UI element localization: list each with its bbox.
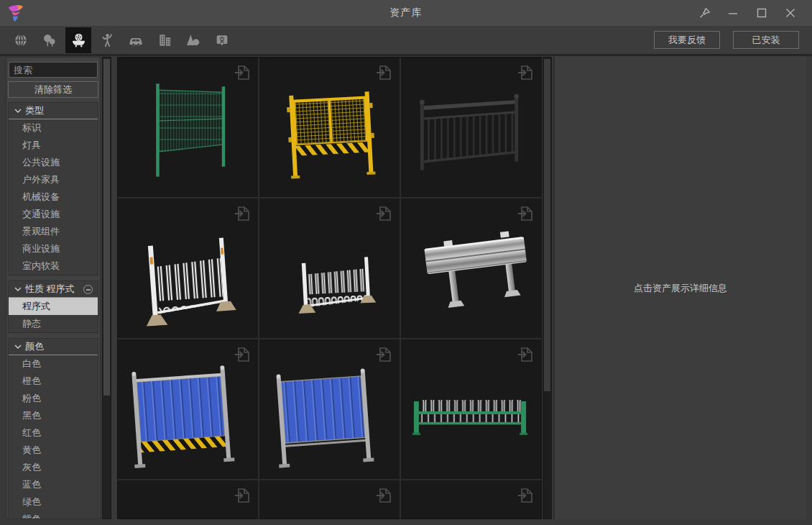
filter-section-title: 颜色 bbox=[25, 340, 44, 353]
filter-item[interactable]: 程序式 bbox=[9, 298, 98, 315]
toolbar-actions: 我要反馈 已安装 bbox=[654, 31, 799, 49]
filter-item[interactable]: 公共设施 bbox=[9, 154, 98, 171]
asset-card-black-railing[interactable] bbox=[401, 58, 541, 197]
minimize-button[interactable] bbox=[719, 0, 747, 26]
pin-icon[interactable] bbox=[690, 0, 719, 26]
export-icon[interactable] bbox=[374, 345, 393, 364]
filter-item[interactable]: 红色 bbox=[9, 424, 98, 442]
search-input[interactable] bbox=[9, 62, 98, 78]
asset-card-white-arch-barrier[interactable] bbox=[118, 198, 258, 338]
tab-decal[interactable] bbox=[209, 27, 235, 53]
filter-section-header[interactable]: 颜色 bbox=[9, 339, 98, 355]
filter-item[interactable]: 静态 bbox=[9, 315, 98, 332]
filter-item[interactable]: 绿色 bbox=[9, 493, 98, 511]
grid-scrollbar-thumb[interactable] bbox=[544, 59, 550, 391]
props-icon bbox=[70, 32, 87, 48]
sidebar-scrollbar[interactable] bbox=[102, 57, 111, 519]
filter-item[interactable]: 机械设备 bbox=[9, 188, 98, 206]
globe-icon bbox=[13, 32, 29, 48]
filter-section-title: 类型 bbox=[25, 104, 44, 117]
vegetation-icon bbox=[42, 32, 57, 48]
filter-item[interactable]: 粉色 bbox=[9, 390, 98, 407]
filter-item[interactable]: 紫色 bbox=[9, 511, 98, 519]
tab-vehicle[interactable] bbox=[123, 27, 149, 53]
export-icon[interactable] bbox=[374, 486, 393, 505]
feedback-button[interactable]: 我要反馈 bbox=[654, 31, 720, 49]
asset-grid bbox=[118, 58, 541, 519]
asset-card-yellow-safety-fence[interactable] bbox=[259, 58, 400, 197]
remove-filter-icon[interactable] bbox=[83, 285, 93, 294]
asset-card-green-mesh-fence[interactable] bbox=[118, 58, 258, 197]
asset-card-partial[interactable] bbox=[259, 480, 400, 519]
tab-building[interactable] bbox=[152, 27, 177, 53]
filter-item[interactable]: 标识 bbox=[9, 119, 98, 137]
asset-card-partial[interactable] bbox=[118, 480, 258, 519]
filter-item[interactable]: 灯具 bbox=[9, 137, 98, 154]
details-placeholder-text: 点击资产展示详细信息 bbox=[634, 282, 727, 295]
details-panel: 点击资产展示详细信息 bbox=[553, 57, 806, 519]
filter-section: 颜色白色橙色粉色黑色红色黄色灰色蓝色绿色紫色 bbox=[8, 338, 98, 519]
asset-card-partial[interactable] bbox=[401, 480, 541, 519]
filter-item[interactable]: 橙色 bbox=[9, 373, 98, 390]
clear-filters-button[interactable]: 清除筛选 bbox=[8, 81, 98, 98]
asset-card-highway-guardrail[interactable] bbox=[401, 198, 541, 338]
category-tabs bbox=[8, 27, 235, 53]
asset-card-blue-hoarding-striped[interactable] bbox=[118, 339, 258, 479]
window-controls bbox=[690, 0, 805, 26]
grid-scrollbar[interactable] bbox=[543, 57, 552, 519]
asset-card-white-arch-barrier-small[interactable] bbox=[259, 198, 400, 338]
filter-item[interactable]: 室内软装 bbox=[9, 257, 98, 275]
tab-primitives[interactable] bbox=[180, 27, 206, 53]
export-icon[interactable] bbox=[516, 345, 535, 364]
asset-card-green-garden-fence[interactable] bbox=[401, 339, 541, 479]
building-icon bbox=[157, 32, 173, 48]
asset-card-blue-hoarding[interactable] bbox=[259, 339, 400, 479]
tab-globe[interactable] bbox=[8, 27, 34, 53]
primitives-icon bbox=[185, 32, 201, 48]
filter-item[interactable]: 户外家具 bbox=[9, 171, 98, 188]
filter-item[interactable]: 黑色 bbox=[9, 407, 98, 424]
filter-item[interactable]: 交通设施 bbox=[9, 206, 98, 223]
filter-item[interactable]: 商业设施 bbox=[9, 240, 98, 257]
filter-item[interactable]: 黄色 bbox=[9, 442, 98, 459]
filter-sidebar: 清除筛选 类型标识灯具公共设施户外家具机械设备交通设施景观组件商业设施室内软装性… bbox=[6, 57, 101, 519]
asset-grid-panel bbox=[117, 57, 542, 519]
filter-section-title: 性质 程序式 bbox=[25, 283, 75, 296]
export-icon[interactable] bbox=[233, 63, 252, 82]
filter-item[interactable]: 灰色 bbox=[9, 459, 98, 476]
tab-props[interactable] bbox=[65, 27, 91, 53]
car-icon bbox=[127, 32, 144, 49]
tab-character[interactable] bbox=[94, 27, 120, 53]
filter-item[interactable]: 景观组件 bbox=[9, 223, 98, 240]
titlebar: 资产库 bbox=[0, 0, 812, 26]
toolbar: 我要反馈 已安装 bbox=[0, 26, 812, 56]
sidebar-scrollbar-thumb[interactable] bbox=[103, 59, 110, 396]
maximize-button[interactable] bbox=[747, 0, 776, 26]
export-icon[interactable] bbox=[233, 486, 252, 505]
export-icon[interactable] bbox=[233, 345, 252, 364]
filter-section: 性质 程序式程序式静态 bbox=[8, 280, 98, 333]
filter-section-header[interactable]: 类型 bbox=[9, 103, 98, 119]
chevron-down-icon bbox=[14, 287, 22, 291]
export-icon[interactable] bbox=[516, 63, 535, 82]
installed-button[interactable]: 已安装 bbox=[733, 31, 799, 49]
export-icon[interactable] bbox=[516, 204, 535, 223]
close-button[interactable] bbox=[776, 0, 805, 26]
filter-sections: 类型标识灯具公共设施户外家具机械设备交通设施景观组件商业设施室内软装性质 程序式… bbox=[8, 102, 98, 519]
tab-vegetation[interactable] bbox=[37, 27, 63, 53]
chevron-down-icon bbox=[14, 344, 22, 349]
filter-item[interactable]: 蓝色 bbox=[9, 476, 98, 493]
export-icon[interactable] bbox=[374, 63, 393, 82]
filter-item[interactable]: 白色 bbox=[9, 355, 98, 373]
filter-section: 类型标识灯具公共设施户外家具机械设备交通设施景观组件商业设施室内软装 bbox=[8, 102, 98, 275]
export-icon[interactable] bbox=[374, 204, 393, 223]
decal-icon bbox=[214, 32, 230, 48]
character-icon bbox=[99, 32, 115, 48]
export-icon[interactable] bbox=[233, 204, 252, 223]
filter-section-header[interactable]: 性质 程序式 bbox=[9, 281, 98, 298]
export-icon[interactable] bbox=[516, 486, 535, 505]
chevron-down-icon bbox=[14, 109, 22, 113]
